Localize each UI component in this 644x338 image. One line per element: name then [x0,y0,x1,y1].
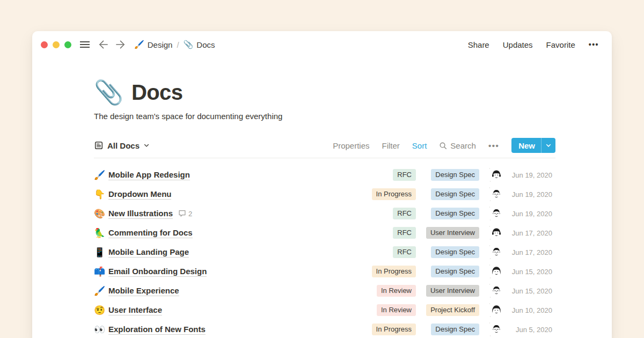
avatar-face-icon [490,207,503,220]
edited-date: Jun 17, 2020 [510,248,555,256]
breadcrumb: 🖌️ Design / 📎 Docs [134,40,215,49]
avatar-face-icon [490,168,503,181]
avatar [490,323,503,336]
avatar [490,188,503,201]
doc-title[interactable]: Mobile App Redesign [108,170,190,180]
traffic-lights [41,41,71,48]
type-tag[interactable]: Design Spec [431,169,479,181]
type-tag[interactable]: Design Spec [431,266,479,277]
view-toolbar: All Docs Properties Filter Sort Search •… [94,138,555,158]
page-paperclip-icon[interactable]: 📎 [94,80,123,104]
page-subtitle[interactable]: The design team's space for documenting … [94,112,555,121]
close-window-button[interactable] [41,41,48,48]
new-button-caret[interactable] [541,138,555,153]
doc-title[interactable]: New Illustrations [108,209,173,219]
sort-button[interactable]: Sort [412,141,427,150]
doc-list: 🖌️ Mobile App Redesign RFC Design Spec J… [94,158,555,338]
view-label: All Docs [107,141,140,150]
list-view-icon [94,141,104,150]
window-more-button[interactable]: ••• [589,40,599,49]
table-row[interactable]: 👀 Exploration of New Fonts In Progress D… [94,320,555,338]
type-tag[interactable]: Design Spec [431,188,479,200]
table-row[interactable]: 🤨 User Interface In Review Project Kicko… [94,300,555,320]
filter-button[interactable]: Filter [382,141,400,150]
window-titlebar: 🖌️ Design / 📎 Docs Share Updates Favorit… [32,31,612,58]
edited-date: Jun 5, 2020 [510,326,555,334]
avatar [490,284,503,297]
paperclip-icon: 📎 [184,40,194,49]
status-tag[interactable]: RFC [393,169,416,181]
type-tag[interactable]: User Interview [426,227,479,239]
type-tag[interactable]: User Interview [426,285,479,297]
edited-date: Jun 10, 2020 [510,306,555,314]
status-tag[interactable]: RFC [393,246,416,258]
table-row[interactable]: 🖌️ Mobile Experience In Review User Inte… [94,281,555,300]
breadcrumb-item-design[interactable]: 🖌️ Design [134,40,172,49]
edited-date: Jun 19, 2020 [510,210,555,218]
edited-date: Jun 19, 2020 [510,171,555,179]
page-title[interactable]: Docs [131,80,182,104]
edited-date: Jun 19, 2020 [510,190,555,199]
forward-arrow-icon[interactable] [115,40,126,49]
page-content: 📎 Docs The design team's space for docum… [32,75,555,338]
avatar-face-icon [490,226,503,239]
comment-count[interactable]: 2 [178,210,192,218]
doc-emoji-icon: 🖌️ [94,170,108,181]
back-arrow-icon[interactable] [98,40,108,49]
status-tag[interactable]: In Progress [372,324,416,335]
sidebar-menu-icon[interactable] [79,40,90,49]
zoom-window-button[interactable] [64,41,71,48]
status-tag[interactable]: In Progress [372,266,416,277]
app-window: 🖌️ Design / 📎 Docs Share Updates Favorit… [32,31,612,338]
avatar [490,207,503,220]
properties-button[interactable]: Properties [333,141,369,150]
new-button[interactable]: New [511,138,541,153]
doc-title[interactable]: Email Onboarding Design [108,267,207,277]
table-row[interactable]: 🎨 New Illustrations 2 RFC Design Spec Ju… [94,204,555,223]
status-tag[interactable]: In Review [377,285,416,297]
table-row[interactable]: 👇 Dropdown Menu In Progress Design Spec … [94,185,555,204]
type-tag[interactable]: Project Kickoff [426,304,479,316]
doc-title[interactable]: Mobile Landing Page [108,247,189,258]
share-button[interactable]: Share [468,40,489,49]
edited-date: Jun 15, 2020 [510,287,555,295]
type-tag[interactable]: Design Spec [431,246,479,258]
status-tag[interactable]: RFC [393,208,416,219]
chevron-down-icon [143,142,150,149]
status-tag[interactable]: In Progress [372,188,416,200]
doc-emoji-icon: 📫 [94,266,108,277]
comment-bubble-icon [178,210,186,217]
doc-emoji-icon: 👀 [94,324,108,335]
breadcrumb-separator: / [177,40,179,49]
avatar-face-icon [490,284,503,297]
table-row[interactable]: 📫 Email Onboarding Design In Progress De… [94,262,555,281]
new-button-group: New [511,138,555,153]
table-row[interactable]: 📱 Mobile Landing Page RFC Design Spec Ju… [94,243,555,262]
type-tag[interactable]: Design Spec [431,208,479,219]
doc-title[interactable]: Exploration of New Fonts [108,325,206,335]
doc-title[interactable]: Mobile Experience [108,286,179,296]
avatar-face-icon [490,323,503,336]
avatar-face-icon [490,265,503,278]
avatar [490,226,503,239]
status-tag[interactable]: In Review [377,304,416,316]
breadcrumb-item-docs[interactable]: 📎 Docs [184,40,215,49]
table-row[interactable]: 🦜 Commenting for Docs RFC User Interview… [94,223,555,243]
favorite-button[interactable]: Favorite [546,40,575,49]
view-switcher[interactable]: All Docs [94,141,150,150]
table-row[interactable]: 🖌️ Mobile App Redesign RFC Design Spec J… [94,165,555,185]
type-tag[interactable]: Design Spec [431,324,479,335]
chevron-down-icon [545,142,552,149]
doc-title[interactable]: Dropdown Menu [108,189,171,200]
doc-title[interactable]: User Interface [108,305,162,315]
minimize-window-button[interactable] [53,41,60,48]
doc-emoji-icon: 👇 [94,189,108,200]
comment-count-value: 2 [188,210,192,218]
status-tag[interactable]: RFC [393,227,416,239]
view-more-button[interactable]: ••• [488,141,499,150]
updates-button[interactable]: Updates [503,40,533,49]
doc-title[interactable]: Commenting for Docs [108,228,193,238]
avatar-face-icon [490,188,503,201]
search-button[interactable]: Search [439,141,476,150]
edited-date: Jun 17, 2020 [510,229,555,237]
